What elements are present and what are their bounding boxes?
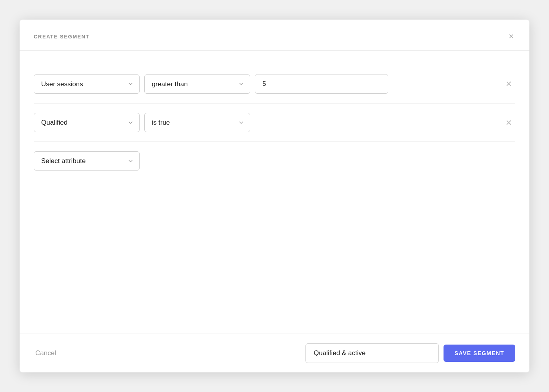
modal-footer: Cancel SAVE SEGMENT [20, 334, 529, 372]
modal-header: CREATE SEGMENT × [20, 20, 529, 50]
cancel-button[interactable]: Cancel [34, 346, 58, 360]
remove-condition-1-button[interactable]: ✕ [502, 78, 515, 89]
modal-body: User sessions Page views Last seen Quali… [20, 51, 529, 334]
attribute-select-2[interactable]: User sessions Page views Last seen Quali… [34, 113, 140, 132]
operator-select-2[interactable]: is true is false [144, 113, 250, 132]
segment-name-input[interactable] [305, 343, 439, 363]
add-condition-row: Select attribute User sessions Page view… [34, 142, 515, 180]
operator-select-1[interactable]: equals not equals greater than less than… [144, 74, 250, 94]
remove-condition-2-button[interactable]: ✕ [502, 117, 515, 128]
condition-row-1: User sessions Page views Last seen Quali… [34, 65, 515, 103]
attribute-select-1[interactable]: User sessions Page views Last seen Quali… [34, 74, 140, 94]
condition-row-2: User sessions Page views Last seen Quali… [34, 103, 515, 142]
modal-title: CREATE SEGMENT [34, 34, 89, 40]
value-input-1[interactable] [255, 74, 388, 94]
add-attribute-select[interactable]: Select attribute User sessions Page view… [34, 151, 140, 171]
save-segment-button[interactable]: SAVE SEGMENT [444, 345, 515, 362]
footer-right: SAVE SEGMENT [305, 343, 515, 363]
create-segment-modal: CREATE SEGMENT × User sessions Page view… [20, 20, 529, 372]
modal-close-button[interactable]: × [507, 31, 515, 42]
